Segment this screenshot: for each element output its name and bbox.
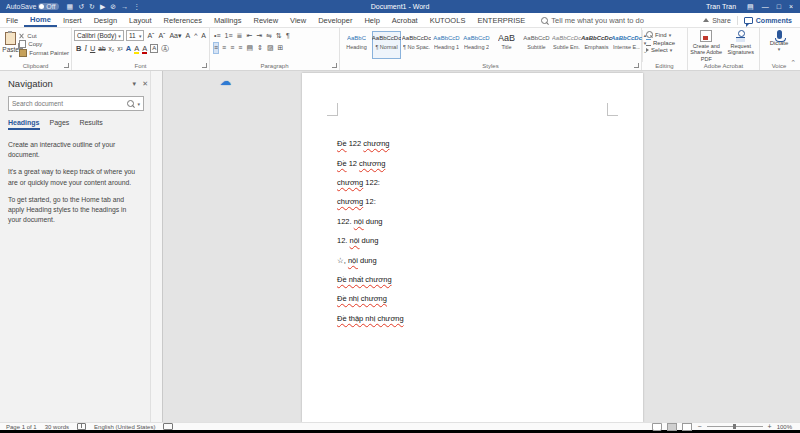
proofing-status-icon[interactable]	[77, 423, 86, 430]
navigation-options-icon[interactable]: ▾	[133, 80, 137, 88]
tab-developer[interactable]: Developer	[312, 13, 358, 27]
page-indicator[interactable]: Page 1 of 1	[6, 424, 37, 430]
shrink-font-button[interactable]: Aˇ	[157, 30, 166, 41]
keyboard-icon[interactable]	[163, 423, 173, 430]
phonetic-guide-button[interactable]: ᴬ	[193, 30, 198, 41]
increase-indent-icon[interactable]: ⇥	[256, 31, 262, 41]
align-center-icon[interactable]: ≡	[222, 43, 226, 53]
close-icon[interactable]: ×	[786, 0, 796, 13]
line-spacing-icon[interactable]: ⇕	[257, 43, 263, 53]
autosave-toggle[interactable]: AutoSave Off	[6, 3, 59, 10]
tab-home[interactable]: Home	[24, 13, 57, 27]
justify-icon[interactable]: ≡	[238, 43, 242, 53]
bullets-icon[interactable]: •≡	[214, 31, 221, 41]
sort-icon[interactable]: ⇅	[276, 31, 282, 41]
cursor-icon[interactable]: ▶	[100, 0, 105, 13]
style-card--normal[interactable]: AaBbCcDc¶ Normal	[372, 31, 401, 59]
decrease-indent-icon[interactable]: ⇤	[246, 31, 252, 41]
tab-insert[interactable]: Insert	[57, 13, 88, 27]
user-name[interactable]: Tran Tran	[706, 3, 736, 10]
tab-layout[interactable]: Layout	[123, 13, 158, 27]
change-case-button[interactable]: Aa▾	[168, 30, 182, 41]
web-layout-button[interactable]	[682, 423, 692, 431]
tab-enterprise[interactable]: ENTERPRISE	[471, 13, 531, 27]
document-line[interactable]: 122. nội dung	[337, 212, 404, 231]
dictate-button[interactable]: Dictate ▾	[770, 30, 789, 52]
document-line[interactable]: chương 122:	[337, 173, 404, 192]
tab-kutools[interactable]: KUTOOLS	[424, 13, 472, 27]
document-text[interactable]: Đề 122 chươngĐề 12 chươngchương 122:chươ…	[337, 134, 404, 328]
select-button[interactable]: Select▾	[644, 47, 685, 53]
style-card-heading-2[interactable]: AaBbCcDHeading 2	[462, 31, 491, 59]
zoom-slider[interactable]	[707, 426, 763, 427]
zoom-level[interactable]: 100%	[777, 424, 792, 430]
clear-formatting-button[interactable]: A	[184, 30, 191, 41]
zoom-in-button[interactable]: +	[768, 424, 772, 430]
zoom-slider-thumb[interactable]	[733, 424, 736, 429]
navigation-scrollbar[interactable]	[150, 71, 162, 422]
strikethrough-button[interactable]: ab	[98, 43, 105, 54]
undo-icon[interactable]: ↺	[78, 0, 84, 13]
tab-review[interactable]: Review	[247, 13, 284, 27]
italic-button[interactable]: I	[84, 43, 87, 54]
find-button[interactable]: Find▾	[644, 31, 685, 38]
style-card-emphasis[interactable]: AaBbCcDcEmphasis	[582, 31, 611, 59]
ribbon-display-options-icon[interactable]: ▤	[744, 0, 757, 13]
character-border-button[interactable]: A	[150, 44, 158, 53]
document-line[interactable]: 12. nội dung	[337, 231, 404, 250]
tab-help[interactable]: Help	[358, 13, 385, 27]
align-left-icon[interactable]: ≡	[214, 43, 218, 53]
highlight-button[interactable]: A	[134, 43, 139, 54]
superscript-button[interactable]: x²	[117, 43, 122, 54]
pilcrow-icon[interactable]: ¶	[286, 31, 290, 41]
grow-font-button[interactable]: Aˆ	[146, 30, 155, 41]
replace-button[interactable]: Replace	[644, 39, 685, 46]
subscript-button[interactable]: x₂	[109, 43, 115, 54]
comments-button[interactable]: Comments	[756, 17, 792, 24]
tab-design[interactable]: Design	[88, 13, 123, 27]
word-count[interactable]: 30 words	[45, 424, 69, 430]
style-card-title[interactable]: AaBTitle	[492, 31, 521, 59]
language-indicator[interactable]: English (United States)	[94, 424, 155, 430]
redo-icon[interactable]: ↻	[89, 0, 95, 13]
navigation-tab-results[interactable]: Results	[79, 119, 102, 130]
style-card--no-spac-[interactable]: AaBbCcDc¶ No Spac...	[402, 31, 431, 59]
style-card-intense-e-[interactable]: AaBbCcDcIntense E...	[612, 31, 641, 59]
style-card-heading-1[interactable]: AaBbCcDHeading 1	[432, 31, 461, 59]
document-line[interactable]: Đề 122 chương	[337, 134, 404, 153]
minimize-icon[interactable]: —	[759, 0, 772, 13]
share-button[interactable]: Share	[712, 17, 731, 24]
search-document-input[interactable]: Search document ▾	[8, 96, 144, 111]
cut-button[interactable]: Cut	[19, 33, 69, 39]
align-right-icon[interactable]: ≡	[230, 43, 234, 53]
document-line[interactable]: Đề 12 chương	[337, 153, 404, 172]
navigation-tab-headings[interactable]: Headings	[8, 119, 40, 130]
asian-layout-icon[interactable]: ⇋	[266, 31, 272, 41]
tab-view[interactable]: View	[284, 13, 312, 27]
stop-icon[interactable]: ⊘	[110, 0, 116, 13]
more-commands-icon[interactable]: ⋮	[133, 0, 140, 13]
underline-button[interactable]: U	[90, 43, 95, 54]
circle-character-button[interactable]: Ⓐ	[161, 43, 169, 54]
enclose-characters-button[interactable]: A	[200, 30, 207, 41]
document-line[interactable]: ☆, nội dung	[337, 250, 404, 269]
tell-me-box[interactable]: Tell me what you want to do	[541, 13, 644, 27]
style-card-subtle-em-[interactable]: AaBbCcDcSubtle Em...	[552, 31, 581, 59]
format-painter-button[interactable]: Format Painter	[19, 49, 69, 57]
close-pane-icon[interactable]: ✕	[142, 80, 148, 88]
read-mode-button[interactable]	[652, 423, 662, 431]
style-card-subtitle[interactable]: AaBbCcDSubtitle	[522, 31, 551, 59]
numbering-icon[interactable]: 1≡	[225, 31, 233, 41]
document-page[interactable]: Đề 122 chươngĐề 12 chươngchương 122:chươ…	[302, 73, 643, 422]
font-name-combo[interactable]: Calibri (Body)▾	[74, 30, 124, 41]
maximize-icon[interactable]: □	[774, 0, 784, 13]
paste-button[interactable]: Paste ▾	[2, 30, 19, 62]
multilevel-list-icon[interactable]: ≣	[237, 31, 243, 41]
document-line[interactable]: chương 12:	[337, 192, 404, 211]
font-color-button[interactable]: A	[142, 43, 147, 54]
tab-acrobat[interactable]: Acrobat	[386, 13, 424, 27]
font-size-combo[interactable]: 11▾	[126, 30, 145, 41]
zoom-out-button[interactable]: −	[697, 424, 701, 430]
paragraph-dialog-launcher[interactable]	[332, 63, 337, 68]
tab-file[interactable]: File	[0, 13, 24, 27]
